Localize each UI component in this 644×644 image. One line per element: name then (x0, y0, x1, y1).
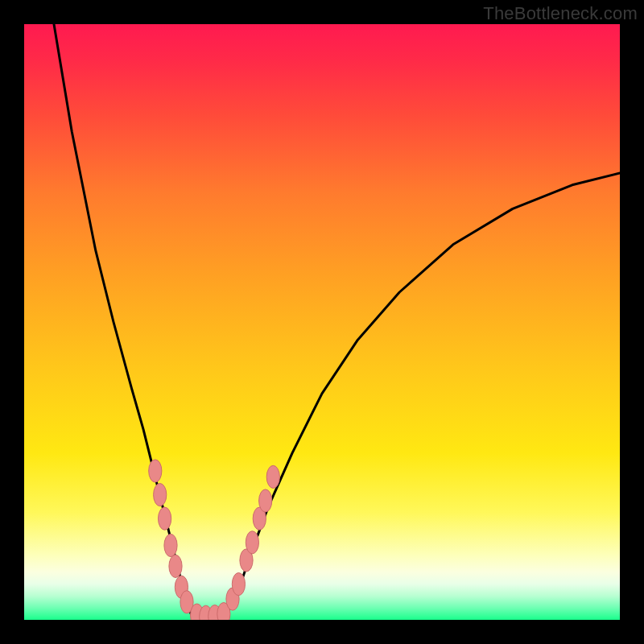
curve-marker (169, 555, 182, 577)
curve-marker (149, 460, 162, 482)
curve-marker (246, 531, 258, 554)
curve-marker (159, 507, 171, 530)
marker-layer (149, 460, 280, 620)
curve-marker (266, 465, 279, 488)
watermark-text: TheBottleneck.com (483, 3, 638, 24)
curve-overlay (24, 24, 620, 620)
curve-marker (154, 484, 167, 506)
chart-frame: TheBottleneck.com (0, 0, 644, 644)
curve-marker (259, 489, 272, 512)
plot-area (24, 24, 620, 620)
bottleneck-curve (54, 24, 620, 617)
curve-marker (164, 534, 177, 556)
curve-marker (232, 573, 245, 596)
